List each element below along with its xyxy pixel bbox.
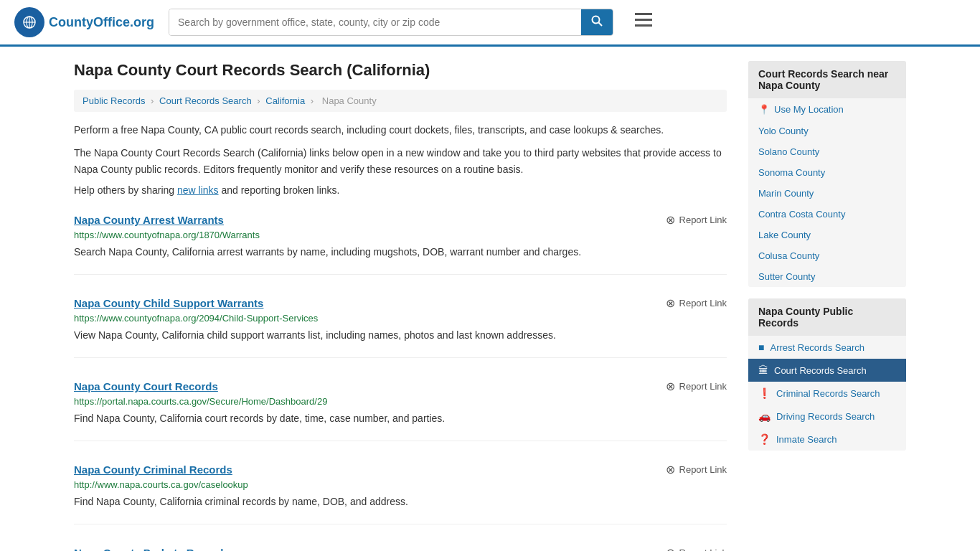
svg-line-6: [599, 23, 603, 27]
county-link[interactable]: Sonoma County: [748, 162, 906, 183]
county-office-logo-svg: [20, 13, 39, 32]
report-label: Report Link: [679, 381, 727, 392]
sidebar: Court Records Search near Napa County 📍 …: [748, 61, 906, 551]
report-label: Report Link: [679, 298, 727, 309]
search-bar[interactable]: [169, 9, 613, 36]
report-icon: ⊗: [666, 463, 675, 476]
public-records-link[interactable]: ❗ Criminal Records Search: [748, 382, 906, 405]
county-link[interactable]: Sutter County: [748, 266, 906, 287]
description-1: Perform a free Napa County, CA public co…: [74, 122, 727, 138]
record-title[interactable]: Napa County Child Support Warrants: [74, 297, 263, 309]
nearby-section: Court Records Search near Napa County 📍 …: [748, 61, 906, 287]
report-icon: ⊗: [666, 213, 675, 227]
logo-text: CountyOffice.org: [49, 15, 154, 30]
rec-link-label: Driving Records Search: [776, 411, 875, 422]
svg-rect-8: [635, 19, 652, 21]
report-icon: ⊗: [666, 380, 675, 393]
record-item: Napa County Arrest Warrants ⊗ Report Lin…: [74, 213, 727, 275]
record-url[interactable]: https://www.countyofnapa.org/2094/Child-…: [74, 313, 727, 324]
record-item: Napa County Criminal Records ⊗ Report Li…: [74, 463, 727, 524]
use-location-button[interactable]: 📍 Use My Location: [748, 98, 906, 121]
content-area: Napa County Court Records Search (Califo…: [74, 61, 727, 551]
breadcrumb-napa: Napa County: [322, 95, 377, 106]
public-records-link[interactable]: 🚗 Driving Records Search: [748, 405, 906, 428]
sharing-note: Help others by sharing new links and rep…: [74, 184, 727, 196]
record-url[interactable]: https://www.countyofnapa.org/1870/Warran…: [74, 230, 727, 240]
breadcrumb-public-records[interactable]: Public Records: [83, 95, 145, 106]
county-link[interactable]: Solano County: [748, 141, 906, 162]
site-header: CountyOffice.org: [0, 0, 980, 47]
record-title[interactable]: Napa County Probate Records: [74, 547, 230, 551]
rec-type-icon: ❗: [758, 387, 771, 399]
rec-type-icon: ❓: [758, 433, 771, 445]
record-title[interactable]: Napa County Criminal Records: [74, 463, 232, 476]
record-header: Napa County Criminal Records ⊗ Report Li…: [74, 463, 727, 476]
search-icon: [591, 15, 603, 27]
rec-type-icon: ■: [758, 342, 764, 353]
record-description: Search Napa County, California arrest wa…: [74, 245, 727, 260]
rec-type-icon: 🚗: [758, 410, 771, 422]
records-container: Napa County Arrest Warrants ⊗ Report Lin…: [74, 213, 727, 551]
record-url[interactable]: https://portal.napa.courts.ca.gov/Secure…: [74, 396, 727, 407]
county-links: Yolo CountySolano CountySonoma CountyMar…: [748, 121, 906, 287]
search-button[interactable]: [581, 9, 613, 35]
record-header: Napa County Probate Records ⊗ Report Lin…: [74, 546, 727, 551]
svg-rect-7: [635, 13, 652, 15]
menu-button[interactable]: [635, 13, 652, 32]
record-description: View Napa County, California child suppo…: [74, 328, 727, 343]
record-description: Find Napa County, California court recor…: [74, 411, 727, 426]
public-records-link[interactable]: 🏛 Court Records Search: [748, 359, 906, 382]
report-link-button[interactable]: ⊗ Report Link: [666, 463, 727, 476]
record-item: Napa County Child Support Warrants ⊗ Rep…: [74, 296, 727, 358]
report-link-button[interactable]: ⊗ Report Link: [666, 546, 727, 551]
rec-link-label: Arrest Records Search: [770, 342, 864, 353]
report-link-button[interactable]: ⊗ Report Link: [666, 213, 727, 227]
report-label: Report Link: [679, 464, 727, 475]
page-title: Napa County Court Records Search (Califo…: [74, 61, 727, 80]
public-records-link[interactable]: ■ Arrest Records Search: [748, 336, 906, 359]
search-input[interactable]: [169, 9, 581, 35]
record-header: Napa County Court Records ⊗ Report Link: [74, 380, 727, 393]
record-url[interactable]: http://www.napa.courts.ca.gov/caselookup: [74, 479, 727, 490]
record-description: Find Napa County, California criminal re…: [74, 494, 727, 509]
record-item: Napa County Court Records ⊗ Report Link …: [74, 380, 727, 441]
record-title[interactable]: Napa County Arrest Warrants: [74, 214, 224, 226]
location-pin-icon: 📍: [758, 104, 770, 115]
breadcrumb: Public Records › Court Records Search › …: [74, 90, 727, 112]
county-link[interactable]: Contra Costa County: [748, 204, 906, 225]
nearby-header: Court Records Search near Napa County: [748, 61, 906, 98]
report-label: Report Link: [679, 215, 727, 225]
public-records-header: Napa County Public Records: [748, 298, 906, 336]
new-links-link[interactable]: new links: [177, 184, 219, 196]
svg-point-5: [593, 17, 600, 24]
record-title[interactable]: Napa County Court Records: [74, 380, 218, 392]
description-2: The Napa County Court Records Search (Ca…: [74, 145, 727, 177]
record-header: Napa County Child Support Warrants ⊗ Rep…: [74, 296, 727, 310]
county-link[interactable]: Lake County: [748, 225, 906, 245]
hamburger-icon: [635, 13, 652, 27]
report-icon: ⊗: [666, 296, 675, 310]
report-icon: ⊗: [666, 546, 675, 551]
record-header: Napa County Arrest Warrants ⊗ Report Lin…: [74, 213, 727, 227]
county-link[interactable]: Yolo County: [748, 121, 906, 141]
report-link-button[interactable]: ⊗ Report Link: [666, 380, 727, 393]
public-records-section: Napa County Public Records ■ Arrest Reco…: [748, 298, 906, 451]
public-records-link[interactable]: ❓ Inmate Search: [748, 428, 906, 451]
logo-icon: [14, 7, 44, 37]
record-item: Napa County Probate Records ⊗ Report Lin…: [74, 546, 727, 551]
county-link[interactable]: Marin County: [748, 183, 906, 204]
breadcrumb-california[interactable]: California: [265, 95, 305, 106]
rec-link-label: Court Records Search: [774, 365, 867, 376]
site-logo[interactable]: CountyOffice.org: [14, 7, 154, 37]
rec-type-icon: 🏛: [758, 364, 768, 376]
breadcrumb-court-records[interactable]: Court Records Search: [159, 95, 252, 106]
report-label: Report Link: [679, 547, 727, 551]
rec-link-label: Criminal Records Search: [776, 388, 880, 399]
report-link-button[interactable]: ⊗ Report Link: [666, 296, 727, 310]
svg-rect-9: [635, 24, 652, 27]
rec-link-label: Inmate Search: [776, 434, 837, 445]
public-records-links: ■ Arrest Records Search 🏛 Court Records …: [748, 336, 906, 451]
county-link[interactable]: Colusa County: [748, 245, 906, 266]
main-container: Napa County Court Records Search (Califo…: [60, 47, 920, 551]
